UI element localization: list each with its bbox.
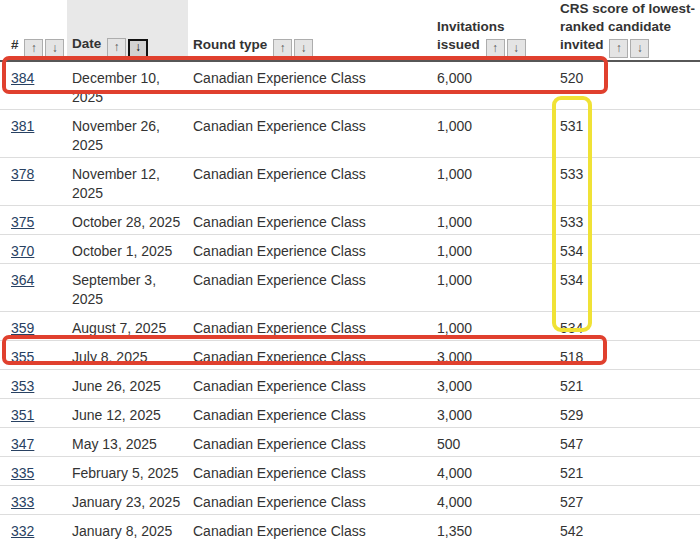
date-cell: December 10, 2025 (67, 61, 188, 110)
round-type-cell: Canadian Experience Class (188, 264, 430, 312)
column-header-crs: CRS score of lowest- ranked candidate in… (553, 0, 700, 61)
crs-score-cell: 542 (553, 515, 700, 542)
invitations-issued-cell: 500 (430, 428, 553, 457)
round-row-381: 381November 26, 2025Canadian Experience … (0, 110, 700, 158)
crs-score-cell: 534 (553, 264, 700, 312)
date-cell: January 8, 2025 (67, 515, 188, 542)
invitations-issued-cell: 3,000 (430, 399, 553, 428)
sort-descending-button-invitations[interactable]: ↓ (507, 39, 526, 58)
round-number-link[interactable]: 364 (11, 272, 34, 288)
round-row-351: 351June 12, 2025Canadian Experience Clas… (0, 399, 700, 428)
crs-score-cell: 521 (553, 457, 700, 486)
round-number-cell: 370 (0, 235, 67, 264)
round-row-353: 353June 26, 2025Canadian Experience Clas… (0, 370, 700, 399)
round-number-link[interactable]: 335 (11, 465, 34, 481)
round-type-cell: Canadian Experience Class (188, 206, 430, 235)
round-type-cell: Canadian Experience Class (188, 515, 430, 542)
sort-ascending-button-num[interactable]: ↑ (24, 39, 43, 58)
round-number-cell: 364 (0, 264, 67, 312)
round-row-375: 375October 28, 2025Canadian Experience C… (0, 206, 700, 235)
round-type-cell: Canadian Experience Class (188, 399, 430, 428)
invitations-issued-cell: 4,000 (430, 457, 553, 486)
date-cell: September 3, 2025 (67, 264, 188, 312)
crs-score-cell: 529 (553, 399, 700, 428)
column-header-round_type: Round type ↑↓ (188, 0, 430, 61)
invitations-issued-cell: 3,000 (430, 370, 553, 399)
round-number-cell: 347 (0, 428, 67, 457)
crs-score-cell: 531 (553, 110, 700, 158)
date-cell: July 8, 2025 (67, 341, 188, 370)
round-type-cell: Canadian Experience Class (188, 341, 430, 370)
sort-descending-button-round_type[interactable]: ↓ (294, 39, 313, 58)
round-number-cell: 351 (0, 399, 67, 428)
round-type-cell: Canadian Experience Class (188, 457, 430, 486)
crs-score-cell: 521 (553, 370, 700, 399)
invitations-issued-cell: 1,000 (430, 206, 553, 235)
crs-score-cell: 534 (553, 235, 700, 264)
round-type-cell: Canadian Experience Class (188, 312, 430, 341)
date-cell: October 28, 2025 (67, 206, 188, 235)
round-number-cell: 333 (0, 486, 67, 515)
round-number-cell: 384 (0, 61, 67, 110)
round-number-cell: 375 (0, 206, 67, 235)
date-cell: November 26, 2025 (67, 110, 188, 158)
round-number-link[interactable]: 332 (11, 523, 34, 539)
sort-ascending-button-invitations[interactable]: ↑ (486, 39, 505, 58)
round-number-link[interactable]: 359 (11, 320, 34, 336)
date-cell: October 1, 2025 (67, 235, 188, 264)
round-number-link[interactable]: 347 (11, 436, 34, 452)
round-number-link[interactable]: 381 (11, 118, 34, 134)
column-header-date: Date ↑↓ (67, 0, 188, 61)
round-row-384: 384December 10, 2025Canadian Experience … (0, 61, 700, 110)
round-number-link[interactable]: 370 (11, 243, 34, 259)
column-header-num: # ↑↓ (0, 0, 67, 61)
round-number-cell: 332 (0, 515, 67, 542)
invitations-issued-cell: 1,000 (430, 110, 553, 158)
round-type-cell: Canadian Experience Class (188, 158, 430, 206)
round-row-347: 347May 13, 2025Canadian Experience Class… (0, 428, 700, 457)
round-type-cell: Canadian Experience Class (188, 428, 430, 457)
sort-descending-button-crs[interactable]: ↓ (630, 39, 649, 58)
invitations-issued-cell: 1,000 (430, 235, 553, 264)
header-row: # ↑↓Date ↑↓Round type ↑↓Invitations issu… (0, 0, 700, 61)
round-number-link[interactable]: 333 (11, 494, 34, 510)
round-number-cell: 359 (0, 312, 67, 341)
round-type-cell: Canadian Experience Class (188, 61, 430, 110)
date-cell: February 5, 2025 (67, 457, 188, 486)
date-cell: June 26, 2025 (67, 370, 188, 399)
column-label-date: Date (72, 36, 105, 51)
round-number-cell: 378 (0, 158, 67, 206)
sort-descending-button-date[interactable]: ↓ (128, 39, 148, 58)
invitations-issued-cell: 1,350 (430, 515, 553, 542)
round-number-link[interactable]: 384 (11, 70, 34, 86)
round-type-cell: Canadian Experience Class (188, 370, 430, 399)
invitations-issued-cell: 1,000 (430, 312, 553, 341)
round-number-link[interactable]: 375 (11, 214, 34, 230)
round-row-333: 333January 23, 2025Canadian Experience C… (0, 486, 700, 515)
round-number-link[interactable]: 355 (11, 349, 34, 365)
round-number-link[interactable]: 378 (11, 166, 34, 182)
rounds-of-invitations-table: # ↑↓Date ↑↓Round type ↑↓Invitations issu… (0, 0, 700, 542)
sort-ascending-button-date[interactable]: ↑ (107, 38, 126, 57)
column-header-invitations: Invitations issued ↑↓ (430, 0, 553, 61)
round-number-link[interactable]: 353 (11, 378, 34, 394)
crs-score-cell: 533 (553, 158, 700, 206)
round-row-378: 378November 12, 2025Canadian Experience … (0, 158, 700, 206)
crs-score-cell: 518 (553, 341, 700, 370)
invitations-issued-cell: 6,000 (430, 61, 553, 110)
round-type-cell: Canadian Experience Class (188, 235, 430, 264)
date-cell: May 13, 2025 (67, 428, 188, 457)
invitations-issued-cell: 3,000 (430, 341, 553, 370)
round-type-cell: Canadian Experience Class (188, 110, 430, 158)
round-type-cell: Canadian Experience Class (188, 486, 430, 515)
round-number-cell: 381 (0, 110, 67, 158)
date-cell: November 12, 2025 (67, 158, 188, 206)
invitations-issued-cell: 1,000 (430, 158, 553, 206)
round-number-link[interactable]: 351 (11, 407, 34, 423)
sort-ascending-button-crs[interactable]: ↑ (609, 39, 628, 58)
invitations-issued-cell: 4,000 (430, 486, 553, 515)
sort-ascending-button-round_type[interactable]: ↑ (273, 39, 292, 58)
crs-score-cell: 534 (553, 312, 700, 341)
sort-descending-button-num[interactable]: ↓ (45, 39, 64, 58)
round-number-cell: 355 (0, 341, 67, 370)
